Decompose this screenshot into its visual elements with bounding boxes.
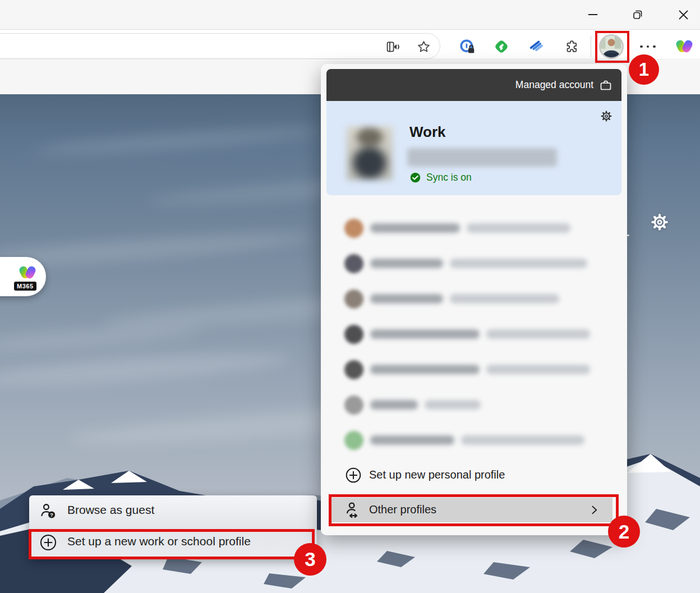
blurred-profile-name	[370, 400, 418, 410]
minimize-icon	[588, 10, 598, 20]
current-profile-card: Work Sync is on	[326, 101, 621, 195]
other-profiles-row[interactable]: Other profiles	[331, 498, 612, 522]
guest-person-question-icon: ?	[39, 502, 58, 521]
setup-personal-profile-label: Set up new personal profile	[369, 468, 505, 481]
blurred-profile-avatar	[344, 325, 363, 344]
minimize-button[interactable]	[581, 3, 605, 26]
copilot-logo-icon	[18, 263, 37, 283]
cloud	[0, 321, 202, 355]
blurred-profile-info	[486, 329, 590, 339]
address-bar[interactable]	[0, 33, 440, 59]
profile-settings-button[interactable]	[599, 109, 614, 123]
read-aloud-icon	[385, 39, 400, 54]
close-icon	[678, 10, 689, 20]
blurred-profile-row[interactable]	[321, 423, 627, 458]
circle-plus-icon	[344, 466, 362, 484]
feedly-extension-button[interactable]	[492, 37, 511, 56]
settings-more-button[interactable]	[638, 37, 657, 56]
svg-text:?: ?	[50, 512, 53, 518]
blurred-profile-name	[370, 435, 454, 445]
blurred-profile-name	[370, 294, 443, 304]
blurred-profile-row[interactable]	[321, 282, 627, 317]
profile-photo-blurred	[347, 126, 393, 180]
gear-icon	[648, 211, 671, 233]
restore-icon	[632, 9, 643, 20]
blurred-profile-row[interactable]	[321, 352, 627, 388]
blurred-profile-avatar	[344, 360, 363, 379]
guest-context-menu: ? Browse as guest Set up a new work or s…	[29, 495, 317, 558]
managed-account-label: Managed account	[515, 79, 593, 91]
cloud	[0, 228, 314, 272]
profile-email-redacted	[407, 148, 557, 167]
cloud	[0, 347, 292, 392]
circle-plus-icon	[39, 533, 58, 552]
blurred-profile-row[interactable]	[321, 317, 627, 352]
toolbar-divider	[591, 36, 591, 57]
sync-status: Sync is on	[409, 172, 472, 183]
blurred-profile-info	[486, 365, 590, 374]
blurred-profile-avatar	[344, 396, 363, 415]
setup-work-school-label: Set up a new work or school profile	[67, 535, 251, 548]
copilot-icon	[675, 37, 694, 56]
other-profiles-label: Other profiles	[369, 503, 436, 516]
blurred-profile-row[interactable]	[321, 246, 627, 282]
sync-status-label: Sync is on	[426, 172, 472, 183]
setup-personal-profile-row[interactable]: Set up new personal profile	[321, 461, 627, 489]
sync-check-icon	[409, 172, 421, 183]
onepassword-extension-button[interactable]	[458, 37, 477, 56]
extensions-puzzle-icon	[564, 39, 579, 54]
restore-button[interactable]	[626, 3, 650, 26]
profile-name: Work	[409, 123, 446, 141]
chevron-right-icon	[589, 504, 600, 516]
blurred-profile-info	[467, 223, 570, 233]
blurred-profile-avatar	[344, 219, 363, 238]
title-bar	[0, 0, 700, 30]
blurred-profile-row[interactable]	[321, 211, 627, 246]
close-button[interactable]	[671, 3, 695, 26]
page-settings-gear-button[interactable]	[648, 211, 671, 233]
read-aloud-button[interactable]	[383, 37, 402, 56]
editor-pen-icon	[528, 38, 545, 55]
ellipsis-icon	[640, 45, 656, 48]
browser-window: M365 Managed account Work	[0, 0, 700, 593]
blurred-profile-name	[370, 329, 480, 339]
cloud	[34, 123, 326, 158]
copilot-button[interactable]	[675, 37, 694, 56]
profile-avatar-button[interactable]	[598, 34, 624, 59]
profile-avatar-photo	[598, 34, 624, 59]
blurred-profile-name	[370, 259, 443, 268]
feedly-icon	[493, 38, 510, 55]
blurred-profile-info	[425, 400, 481, 410]
blurred-profile-info	[450, 294, 559, 304]
briefcase-icon	[599, 79, 612, 92]
managed-account-header: Managed account	[326, 69, 621, 101]
star-icon	[416, 39, 431, 54]
m365-badge: M365	[13, 281, 37, 291]
setup-work-school-row[interactable]: Set up a new work or school profile	[29, 527, 317, 558]
extensions-button[interactable]	[562, 37, 581, 56]
profiles-list	[321, 211, 627, 458]
blurred-profile-name	[370, 223, 460, 233]
favorites-button[interactable]	[414, 37, 433, 56]
blurred-profile-row[interactable]	[321, 388, 627, 423]
blurred-profile-avatar	[344, 254, 363, 273]
browse-as-guest-label: Browse as guest	[67, 503, 154, 517]
profile-flyout: Managed account Work	[321, 64, 627, 535]
browse-as-guest-row[interactable]: ? Browse as guest	[29, 495, 317, 527]
blurred-profile-info	[450, 259, 587, 268]
m365-copilot-launcher[interactable]: M365	[0, 257, 46, 296]
blurred-profile-avatar	[344, 431, 363, 450]
person-swap-icon	[344, 500, 363, 520]
blurred-profile-info	[461, 435, 584, 445]
blurred-profile-avatar	[344, 289, 363, 309]
editor-extension-button[interactable]	[527, 37, 546, 56]
onepassword-icon	[459, 38, 476, 55]
gear-icon	[599, 109, 614, 123]
blurred-profile-name	[370, 365, 480, 374]
